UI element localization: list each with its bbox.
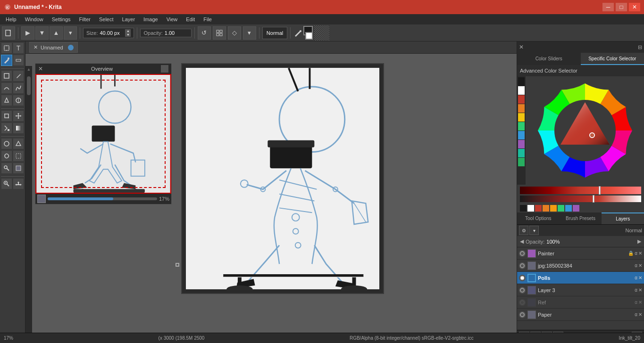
vscroll-thumb[interactable] xyxy=(27,76,31,95)
ellipse-tool[interactable] xyxy=(1,138,12,149)
menu-help[interactable]: Help xyxy=(2,16,20,23)
curve-tool[interactable] xyxy=(1,82,12,94)
minimize-button[interactable]: ─ xyxy=(602,3,614,11)
layer-visibility-toggle[interactable] xyxy=(519,299,526,306)
color-bar-blue[interactable] xyxy=(518,131,525,139)
main-canvas[interactable] xyxy=(181,63,384,294)
gradient-tool[interactable] xyxy=(13,122,24,134)
tab-color-sliders[interactable]: Color Sliders xyxy=(517,53,581,65)
layers-filter-button[interactable]: ⚙ xyxy=(519,226,528,235)
swatch-green[interactable] xyxy=(558,205,564,212)
calligraphy-tool[interactable] xyxy=(13,82,24,94)
rectangle-tool[interactable] xyxy=(1,70,12,82)
canvas-tab-unnamed[interactable]: ✕ Unnamed xyxy=(29,42,78,53)
tab-specific-color[interactable]: Specific Color Selector xyxy=(581,53,644,65)
maximize-button[interactable]: □ xyxy=(616,3,627,11)
swatch-white[interactable] xyxy=(527,205,534,212)
opacity-value[interactable]: 1.00 xyxy=(165,30,188,36)
layer-visibility-toggle[interactable] xyxy=(519,311,526,318)
erase-button[interactable]: ◇ xyxy=(228,26,241,40)
polygon-tool[interactable] xyxy=(13,138,24,149)
canvas-tab-close[interactable]: ✕ xyxy=(33,44,38,50)
tab-brush-presets[interactable]: Brush Presets xyxy=(560,212,602,224)
size-down-arrow[interactable]: ▼ xyxy=(125,33,131,37)
layer-alpha-icon[interactable]: α xyxy=(635,263,637,268)
color-bar-green[interactable] xyxy=(518,122,525,131)
reset-button[interactable]: ↺ xyxy=(198,26,211,40)
new-button[interactable] xyxy=(2,26,15,40)
close-button[interactable]: ✕ xyxy=(629,3,640,11)
right-panel-close[interactable]: ✕ xyxy=(519,44,524,50)
fill-tool[interactable] xyxy=(1,122,12,134)
layer-visibility-toggle[interactable] xyxy=(519,275,526,281)
background-color[interactable] xyxy=(305,32,313,40)
menu-layer[interactable]: Layer xyxy=(118,16,139,23)
brush-tool[interactable] xyxy=(1,55,12,66)
crop-tool[interactable] xyxy=(1,110,12,122)
color-bar-red[interactable] xyxy=(518,95,525,104)
more-button[interactable]: ▾ xyxy=(243,26,256,40)
color-bar-orange[interactable] xyxy=(518,104,525,113)
zoom-tool[interactable] xyxy=(1,178,12,189)
color-wheel-svg[interactable] xyxy=(535,81,635,180)
color-select-tool[interactable] xyxy=(13,163,24,174)
layer-delete-icon[interactable]: ✕ xyxy=(638,263,642,268)
flip-horizontal-button[interactable]: ▶ xyxy=(21,26,34,40)
layer-delete-icon[interactable]: ✕ xyxy=(638,287,642,293)
smart-patch-tool[interactable] xyxy=(1,95,12,106)
layer-alpha-icon[interactable]: α xyxy=(635,251,637,256)
tab-layers[interactable]: Layers xyxy=(602,212,644,224)
layer-item[interactable]: Layer 3 α ✕ xyxy=(517,284,644,296)
flip-vertical-button[interactable]: ▼ xyxy=(35,26,49,40)
vertical-scrollbar[interactable]: ▲ xyxy=(25,66,32,336)
line-tool[interactable] xyxy=(13,55,24,66)
swatch-purple[interactable] xyxy=(573,205,579,212)
brush-arrow-up[interactable]: ▲ xyxy=(50,26,63,40)
menu-select[interactable]: Select xyxy=(95,16,117,23)
contiguous-select-tool[interactable] xyxy=(13,150,24,162)
menu-filter[interactable]: Filter xyxy=(75,16,94,23)
swatch-red[interactable] xyxy=(535,205,542,212)
layer-item[interactable]: jpg:185002384 α ✕ xyxy=(517,260,644,272)
color-bar-yellow[interactable] xyxy=(518,113,525,122)
move-tool[interactable] xyxy=(13,110,24,122)
color-bar-teal[interactable] xyxy=(518,149,525,157)
menu-window[interactable]: Window xyxy=(21,16,47,23)
multibrush-tool[interactable] xyxy=(13,95,24,106)
text-tool[interactable]: T xyxy=(13,42,24,54)
layer-item[interactable]: Painter 🔒 α ✕ xyxy=(517,247,644,260)
transform-tool[interactable] xyxy=(1,42,12,54)
layer-alpha-icon[interactable]: α xyxy=(635,275,637,280)
layers-dropdown-button[interactable]: ▾ xyxy=(529,226,539,235)
scroll-up-arrow[interactable]: ▲ xyxy=(27,67,31,72)
menu-image[interactable]: Image xyxy=(140,16,162,23)
menu-view[interactable]: View xyxy=(163,16,182,23)
color-bar-purple[interactable] xyxy=(518,140,525,148)
color-bar-darkgreen[interactable] xyxy=(518,158,525,166)
menu-settings[interactable]: Settings xyxy=(48,16,75,23)
size-value[interactable]: 40.00 px xyxy=(100,30,123,36)
brightness-strip[interactable] xyxy=(520,196,641,202)
grid-button[interactable] xyxy=(213,26,226,40)
layer-lock-icon[interactable]: 🔒 xyxy=(628,251,634,256)
layer-item-active[interactable]: Polls α ✕ xyxy=(517,272,644,284)
swatch-blue[interactable] xyxy=(565,205,572,212)
overview-close-button[interactable]: ✕ xyxy=(38,65,43,72)
layer-item[interactable]: Ref α ✕ xyxy=(517,296,644,309)
layer-visibility-toggle[interactable] xyxy=(519,287,526,294)
overview-dock-button[interactable] xyxy=(161,65,168,73)
tab-tool-options[interactable]: Tool Options xyxy=(517,212,560,224)
layer-visibility-toggle[interactable] xyxy=(519,250,526,257)
right-panel-dock[interactable]: ⊟ xyxy=(638,44,642,50)
layer-item[interactable]: Paper α ✕ xyxy=(517,309,644,321)
color-bar-black[interactable] xyxy=(518,77,525,86)
blend-mode-dropdown[interactable]: Normal xyxy=(262,27,287,39)
swatch-yellow[interactable] xyxy=(550,205,557,212)
layer-alpha-icon[interactable]: α xyxy=(635,300,637,305)
swatch-orange[interactable] xyxy=(543,205,549,212)
canvas-viewport[interactable]: ▲ ✕ Overview xyxy=(25,54,517,343)
pencil-tool[interactable] xyxy=(13,70,24,82)
swatch-black[interactable] xyxy=(520,205,527,212)
layer-alpha-icon[interactable]: α xyxy=(635,287,637,293)
menu-file[interactable]: File xyxy=(200,16,216,23)
